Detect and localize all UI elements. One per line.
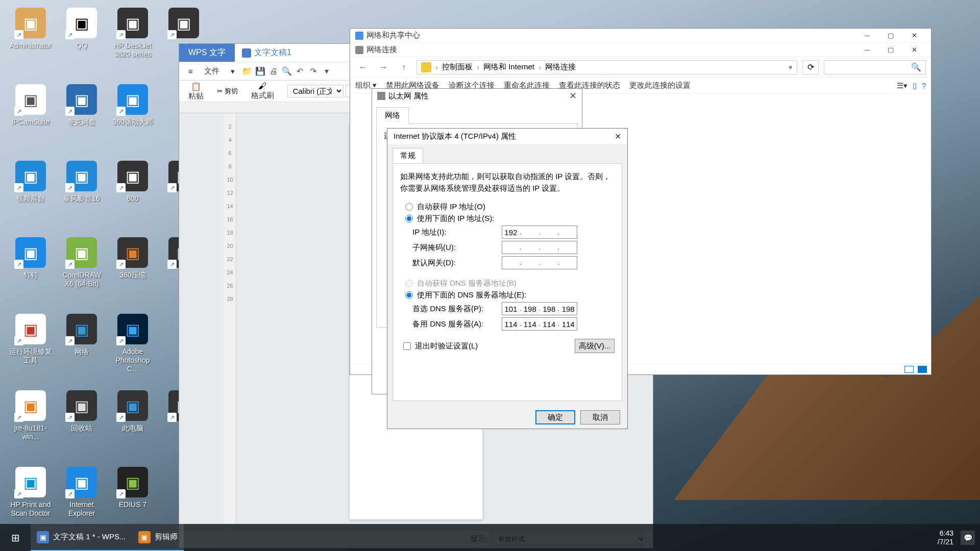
ethernet-icon <box>377 92 385 100</box>
print-preview-icon[interactable]: 🔍 <box>282 66 292 77</box>
cp2-minimize-button[interactable]: ─ <box>855 43 879 57</box>
cp-maximize-button[interactable]: ▢ <box>879 29 902 43</box>
ipv4-close-button[interactable]: ✕ <box>615 132 621 141</box>
subnet-mask-field[interactable]: ... <box>502 241 577 254</box>
radio-manual-ip-input[interactable] <box>405 215 413 222</box>
radio-manual-ip[interactable]: 使用下面的 IP 地址(S): <box>400 213 615 224</box>
shortcut-arrow-icon: ↗ <box>14 260 23 269</box>
search-input[interactable]: 🔍 <box>824 60 926 74</box>
font-family-select[interactable]: Calibri (正文) <box>287 85 344 97</box>
radio-manual-dns[interactable]: 使用下面的 DNS 服务器地址(E): <box>400 289 615 301</box>
nav-refresh-button[interactable]: ⟳ <box>802 60 819 74</box>
cp2-close-button[interactable]: ✕ <box>902 43 926 57</box>
cp-minimize-button[interactable]: ─ <box>855 29 879 43</box>
desktop-icon[interactable]: ▣↗360压缩 <box>107 235 158 311</box>
taskbar-item[interactable]: ▣文字文稿 1 * - WPS... <box>31 524 132 551</box>
shortcut-arrow-icon: ↗ <box>167 30 177 39</box>
cp-subtitle-bar: 网络连接 ─ ▢ ✕ <box>350 43 931 57</box>
eth-tab-network[interactable]: 网络 <box>376 107 409 124</box>
desktop-icon[interactable]: ▣↗视频展台 <box>5 158 56 235</box>
advanced-button[interactable]: 高级(V)... <box>575 339 615 353</box>
view-options-icon[interactable]: ☰▾ <box>897 81 908 90</box>
wps-doc-name: 文字文稿1 <box>254 47 291 58</box>
wps-file-dropdown[interactable]: ▾ <box>227 67 239 76</box>
shortcut-arrow-icon: ↗ <box>14 30 23 39</box>
ipv4-tab-general[interactable]: 常规 <box>393 148 423 163</box>
cp2-maximize-button[interactable]: ▢ <box>879 43 902 57</box>
desktop-icon[interactable]: ▣↗暴风影音16 <box>56 158 107 235</box>
ipv4-properties-dialog: Internet 协议版本 4 (TCP/IPv4) 属性 ✕ 常规 如果网络支… <box>387 128 628 429</box>
help-icon[interactable]: ? <box>922 81 926 90</box>
exit-verify-checkbox[interactable]: 退出时验证设置(L) <box>400 339 481 353</box>
cancel-button[interactable]: 取消 <box>580 410 620 424</box>
desktop-icon[interactable]: ▣↗钉钉 <box>5 235 56 311</box>
notification-icon[interactable]: 💬 <box>961 531 975 545</box>
desktop-icon[interactable]: ▣↗HP DeskJet 3820 series <box>107 5 158 82</box>
gateway-field[interactable]: ... <box>502 256 577 269</box>
desktop-icon[interactable]: ▣↗运行环境修复工具 <box>5 311 56 388</box>
preview-pane-icon[interactable]: ▯ <box>913 81 917 90</box>
exit-verify-input[interactable] <box>403 342 411 350</box>
desktop-icon[interactable]: ▣↗jre-8u181-win... <box>5 388 56 464</box>
desktop-icon[interactable]: ▣↗QQ <box>56 5 107 82</box>
desktop-icon-label: Administrator <box>10 41 52 50</box>
ok-button[interactable]: 确定 <box>535 410 575 424</box>
print-icon[interactable]: 🖨 <box>268 66 279 77</box>
paste-icon[interactable]: 📋 <box>191 82 201 91</box>
dns1-field[interactable]: 101. 198. 198. 198 <box>502 302 577 315</box>
taskbar-item[interactable]: ▣剪辑师 <box>132 524 184 551</box>
wps-menu-btn[interactable]: ≡ <box>184 67 197 76</box>
shortcut-arrow-icon: ↗ <box>65 260 75 269</box>
cut-label[interactable]: 剪切 <box>225 87 238 95</box>
format-painter-icon[interactable]: 🖌 <box>258 82 266 91</box>
desktop-icon[interactable]: ▣↗800 <box>107 158 158 235</box>
radio-auto-ip[interactable]: 自动获得 IP 地址(O) <box>400 201 615 213</box>
ip-address-field[interactable]: 192. . . <box>502 226 577 239</box>
nav-forward-button[interactable]: → <box>376 61 391 74</box>
desktop-icon[interactable]: ▣↗CorelDRAW X6 (64-Bit) <box>56 235 107 311</box>
app-icon: ▣↗ <box>66 84 97 115</box>
desktop-icon[interactable]: ▣↗IPCamSuite <box>5 82 56 158</box>
eth-titlebar: 以太网 属性 ✕ <box>372 89 582 103</box>
app-icon: ▣↗ <box>66 8 97 38</box>
ipv4-title: Internet 协议版本 4 (TCP/IPv4) 属性 <box>394 132 516 141</box>
radio-manual-dns-input[interactable] <box>405 291 413 299</box>
dns2-field[interactable]: 114. 114. 114. 114 <box>502 317 577 331</box>
more-icon[interactable]: ▾ <box>322 66 332 77</box>
subnet-mask-label: 子网掩码(U): <box>412 243 502 253</box>
cp-close-button[interactable]: ✕ <box>902 29 926 43</box>
view-large-icon[interactable] <box>918 366 927 373</box>
cut-icon[interactable]: ✂ <box>217 87 223 95</box>
eth-close-button[interactable]: ✕ <box>569 90 577 102</box>
nav-up-button[interactable]: ↑ <box>396 61 411 74</box>
shortcut-arrow-icon: ↗ <box>65 489 75 498</box>
undo-icon[interactable]: ↶ <box>295 66 305 77</box>
desktop-icon[interactable]: ▣↗Administrator <box>5 5 56 82</box>
desktop-icon-label: 视频展台 <box>16 194 45 203</box>
eth-title: 以太网 属性 <box>388 91 429 101</box>
shortcut-arrow-icon: ↗ <box>65 183 75 192</box>
desktop-icon[interactable]: ▣↗此电脑 <box>107 388 158 464</box>
wps-doc-tab[interactable]: 文字文稿1 <box>235 44 299 62</box>
redo-icon[interactable]: ↷ <box>308 66 318 77</box>
app-icon: ▣↗ <box>117 237 148 268</box>
breadcrumb-item[interactable]: 控制面板 <box>442 62 473 72</box>
open-icon[interactable]: 📁 <box>242 66 252 77</box>
wps-file-menu[interactable]: 文件 <box>200 66 224 76</box>
taskbar-clock[interactable]: 6:43 /7/21 <box>938 529 953 546</box>
start-button[interactable]: ⊞ <box>0 524 31 551</box>
breadcrumb[interactable]: › 控制面板 › 网络和 Internet › 网络连接 ▾ <box>416 60 797 74</box>
breadcrumb-item[interactable]: 网络连接 <box>545 62 576 72</box>
desktop-icon[interactable]: ▣↗Adobe Photoshop C... <box>107 311 158 388</box>
view-details-icon[interactable] <box>904 366 914 373</box>
breadcrumb-item[interactable]: 网络和 Internet <box>483 62 534 72</box>
wps-app-tab[interactable]: WPS 文字 <box>179 44 235 62</box>
desktop-icon[interactable]: ▣↗网络 <box>56 311 107 388</box>
nav-back-button[interactable]: ← <box>355 61 371 74</box>
desktop-icon[interactable]: ▣↗360驱动大师 <box>107 82 158 158</box>
desktop-icon[interactable]: ▣↗回收站 <box>56 388 107 464</box>
save-icon[interactable]: 💾 <box>255 66 265 77</box>
desktop-icon[interactable]: ▣↗夸克网盘 <box>56 82 107 158</box>
cp-toolbar-item[interactable]: 更改此连接的设置 <box>629 81 691 90</box>
radio-auto-ip-input[interactable] <box>405 203 413 211</box>
